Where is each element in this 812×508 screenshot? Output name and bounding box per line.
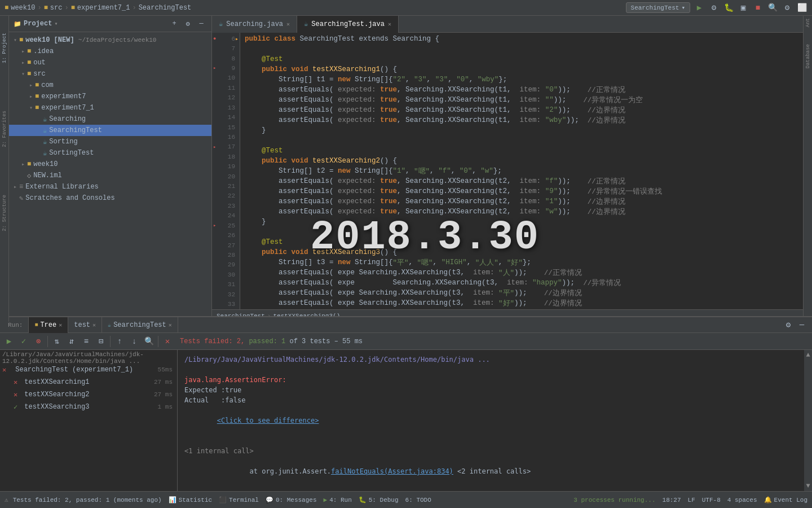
tab-searchingtest-close[interactable]: ✕ — [388, 21, 391, 28]
searchingtest-java-icon: ☕ — [43, 126, 47, 135]
sort2-button[interactable]: ⇵ — [65, 335, 78, 348]
encoding-item[interactable]: UTF-8 — [702, 497, 721, 503]
gutter-line-16: 16 — [212, 132, 240, 142]
stop-tests-button[interactable]: ⊗ — [32, 335, 45, 348]
tree-tab-close[interactable]: ✕ — [59, 322, 62, 329]
run-tab-tree[interactable]: ■ Tree ✕ — [29, 317, 68, 333]
settings-button[interactable]: ⚙ — [782, 2, 793, 14]
tab-searching-java[interactable]: ☕ Searching.java ✕ — [212, 16, 297, 33]
searchingtest-tab-close[interactable]: ✕ — [169, 322, 172, 329]
exp-icon: ■ — [71, 4, 75, 12]
search-button[interactable]: 🔍 — [767, 2, 778, 14]
todo-item[interactable]: 6: TODO — [405, 497, 431, 503]
minimize-icon[interactable]: ─ — [196, 18, 207, 29]
status-right: 3 processes running... 18:27 LF UTF-8 4 … — [573, 496, 807, 503]
output-click-link[interactable]: <Click to see difference> — [184, 405, 797, 436]
tree-item-src[interactable]: ▾ ■ src — [9, 68, 211, 80]
favorites-label[interactable]: 2: Favorites — [2, 111, 7, 147]
up-button[interactable]: ↑ — [113, 335, 126, 348]
fail-icon-root: ✕ — [2, 366, 6, 374]
tree-item-com[interactable]: ▸ ■ com — [9, 80, 211, 91]
run-tab-searchingtest[interactable]: ☕ SearchingTest ✕ — [102, 317, 178, 333]
code-editor[interactable]: public class SearchingTest extends Searc… — [240, 33, 803, 309]
run-minimize-icon[interactable]: ─ — [796, 319, 807, 331]
chevron-icon: ▾ — [681, 4, 685, 11]
tree-item-scratches[interactable]: ✎ Scratches and Consoles — [9, 192, 211, 204]
indent-item[interactable]: 4 spaces — [727, 497, 757, 503]
ant-label[interactable]: Ant — [805, 18, 811, 27]
src-folder-icon: ■ — [27, 70, 31, 78]
tab-searchingtest-java[interactable]: ☕ SearchingTest.java ✕ — [297, 16, 399, 33]
scroll-up-icon[interactable]: ▲ — [806, 351, 810, 359]
test-tab-close[interactable]: ✕ — [92, 322, 96, 329]
tree-item-searching[interactable]: ☕ Searching — [9, 113, 211, 125]
maximize-button[interactable]: ⬜ — [796, 2, 807, 14]
test-time-1: 27 ms — [154, 379, 173, 386]
tree-item-out[interactable]: ▸ ■ out — [9, 57, 211, 68]
debug-item[interactable]: 🐛 5: Debug — [359, 496, 399, 503]
run-config-label: SearchingTest — [631, 5, 679, 11]
toolbar-divider-1 — [47, 336, 48, 347]
rerun-button[interactable]: ▶ — [2, 335, 16, 348]
test-root-item[interactable]: ✕ SearchingTest (experiment7_1) 55ms — [0, 364, 177, 376]
database-label[interactable]: Database — [805, 44, 811, 68]
tree-label-out: out — [33, 59, 46, 67]
lf-item[interactable]: LF — [688, 497, 695, 503]
run-tab-test-label: test — [74, 321, 90, 329]
expand-button[interactable]: ≡ — [80, 335, 93, 348]
run-item[interactable]: ▶ 4: Run — [324, 496, 352, 503]
gear-icon[interactable]: ⚙ — [182, 18, 193, 29]
tree-item-sorting[interactable]: ☕ Sorting — [9, 136, 211, 147]
test-item-3[interactable]: ✓ testXXSearching3 1 ms — [0, 401, 177, 413]
scroll-down-icon[interactable]: ▼ — [806, 482, 810, 490]
tree-item-experiment7[interactable]: ▸ ■ experiment7 — [9, 91, 211, 102]
debug-button[interactable]: 🐛 — [723, 2, 734, 14]
project-label[interactable]: 1: Project — [2, 33, 7, 63]
code-line-20: assertEquals( expected: true, Searching.… — [240, 176, 803, 186]
collapse-button[interactable]: ⊟ — [94, 335, 108, 348]
fail-not-equals-link[interactable]: failNotEquals(Assert.java:834) — [331, 467, 453, 475]
tree-item-idea[interactable]: ▸ ■ .idea — [9, 46, 211, 57]
run-settings-icon[interactable]: ⚙ — [783, 319, 794, 331]
tree-item-experiment7-1[interactable]: ▾ ■ experiment7_1 — [9, 102, 211, 113]
fail-filter-button[interactable]: ✕ — [161, 335, 174, 348]
tree-arrow-exp7: ▸ — [27, 93, 35, 100]
down-button[interactable]: ↓ — [127, 335, 141, 348]
test-item-2[interactable]: ✕ testXXSearching2 27 ms — [0, 388, 177, 401]
tree-item-newiml[interactable]: ◇ NEW.iml — [9, 170, 211, 181]
code-line-14: assertEquals( expected: true, Searching.… — [240, 115, 803, 125]
run-tab-test[interactable]: test ✕ — [68, 317, 102, 333]
run-config-selector[interactable]: SearchingTest ▾ — [626, 2, 690, 13]
build-button[interactable]: ⚙ — [708, 2, 720, 14]
tree-arrow-week10: ▾ — [11, 37, 19, 43]
test-item-1[interactable]: ✕ testXXSearching1 27 ms — [0, 376, 177, 388]
new-file-icon[interactable]: + — [169, 18, 180, 29]
status-left: ⚠ Tests failed: 2, passed: 1 (moments ag… — [5, 496, 162, 503]
search-test-button[interactable]: 🔍 — [142, 335, 156, 348]
tab-searching-close[interactable]: ✕ — [286, 21, 290, 28]
coverage-button[interactable]: ▣ — [738, 2, 749, 14]
click-difference-link[interactable]: <Click to see difference> — [217, 417, 319, 424]
editor-tab-bar: ☕ Searching.java ✕ ☕ SearchingTest.java … — [212, 16, 803, 33]
tree-item-sortingtest[interactable]: ☕ SortingTest — [9, 147, 211, 159]
sort-button[interactable]: ⇅ — [50, 335, 64, 348]
tree-item-extlibs[interactable]: ▸ ≡ External Libraries — [9, 181, 211, 192]
code-line-21: assertEquals( expected: true, Searching.… — [240, 186, 803, 196]
tree-item-week10[interactable]: ▾ ■ week10 [NEW] ~/IdeaProjects/week10 — [9, 34, 211, 46]
stop-button[interactable]: ■ — [752, 2, 764, 14]
tree-item-searchingtest[interactable]: ☕ SearchingTest — [9, 125, 211, 136]
processes-item[interactable]: 3 processes running... — [573, 497, 655, 503]
check-button[interactable]: ✓ — [17, 335, 30, 348]
structure-label[interactable]: 2: Structure — [2, 195, 7, 231]
stack-suffix: <2 internal calls> — [453, 467, 531, 475]
statistic-item[interactable]: 📊 Statistic — [169, 496, 212, 503]
run-tab-tree-label: Tree — [40, 321, 56, 329]
tree-arrow-out: ▸ — [19, 59, 27, 66]
event-log-item[interactable]: 🔔 Event Log — [764, 496, 807, 503]
tree-item-week10-child[interactable]: ▸ ■ week10 — [9, 159, 211, 170]
messages-item[interactable]: 💬 0: Messages — [266, 496, 317, 503]
project-dropdown-icon[interactable]: ▾ — [54, 20, 58, 27]
terminal-item[interactable]: ⬛ Terminal — [219, 496, 259, 503]
scratches-icon: ✎ — [19, 194, 23, 203]
run-button[interactable]: ▶ — [694, 2, 705, 14]
